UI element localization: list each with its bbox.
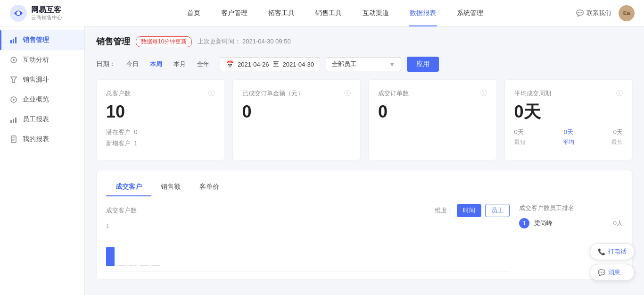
info-icon-customers[interactable]: ⓘ xyxy=(208,89,215,98)
sidebar-item-label-funnel: 销售漏斗 xyxy=(23,76,49,84)
dim-btn-employee[interactable]: 员工 xyxy=(485,204,510,217)
page-header: 销售管理 数据每10分钟更新 上次更新时间： 2021-04-30 09:50 xyxy=(96,36,633,47)
sidebar-item-my_report[interactable]: 我的报表 xyxy=(0,129,84,149)
shortest-label: 最短 xyxy=(514,138,526,146)
longest-label: 最长 xyxy=(611,138,623,146)
message-label: 消息 xyxy=(608,268,620,277)
circle-dot-icon xyxy=(9,95,18,104)
brand-name: 网易互客 xyxy=(31,5,62,14)
tab-sales-amount[interactable]: 销售额 xyxy=(151,178,190,196)
bar-item xyxy=(117,265,126,267)
apply-button[interactable]: 应用 xyxy=(407,57,439,72)
chart-left: 成交客户数 维度： 时间 员工 1 xyxy=(106,204,510,271)
bar-item xyxy=(151,265,160,267)
nav-item-sales_tools[interactable]: 销售工具 xyxy=(305,0,352,26)
bar-item xyxy=(129,265,137,267)
nav-item-customer[interactable]: 客户管理 xyxy=(211,0,258,26)
avatar[interactable]: Ea xyxy=(619,5,635,21)
nav-item-report[interactable]: 数据报表 xyxy=(399,0,446,26)
dimension-label: 维度： xyxy=(435,206,453,215)
stat-card-avg-cycle: 平均成交周期 ⓘ 0天 0天 0天 0天 最短 平均 最长 xyxy=(504,79,633,160)
stats-grid: 总客户数 ⓘ 10 潜在客户 0 新增客户 1 已成交订单金额（元） ⓘ 0 成… xyxy=(96,79,633,160)
filter-icon xyxy=(9,76,18,84)
svg-point-6 xyxy=(13,59,15,61)
rank-name: 梁尚峰 xyxy=(534,219,609,228)
date-tab-this_month[interactable]: 本月 xyxy=(169,58,190,70)
info-icon-amount[interactable]: ⓘ xyxy=(344,89,351,98)
bar xyxy=(117,265,126,266)
nav-item-home[interactable]: 首页 xyxy=(177,0,211,26)
logo-icon xyxy=(9,4,27,22)
float-buttons: 📞 打电话 💬 消息 xyxy=(590,243,635,281)
staff-select[interactable]: 全部员工 ▼ xyxy=(326,57,401,71)
rank-value: 0人 xyxy=(613,219,623,228)
contact-label: 联系我们 xyxy=(586,9,611,17)
tab-unit-price[interactable]: 客单价 xyxy=(190,178,229,196)
info-icon-order-count[interactable]: ⓘ xyxy=(480,89,487,98)
sidebar: 销售管理互动分析销售漏斗企业概览员工报表我的报表 xyxy=(0,26,85,295)
chart-title: 成交客户数 xyxy=(106,206,137,215)
contact-button[interactable]: 💬 联系我们 xyxy=(576,9,611,17)
stat-title-amount: 已成交订单金额（元） xyxy=(242,89,304,98)
dim-btn-time[interactable]: 时间 xyxy=(457,204,481,217)
sidebar-item-sales[interactable]: 销售管理 xyxy=(0,30,84,50)
rank-title: 成交客户数员工排名 xyxy=(519,204,623,212)
message-icon: 💬 xyxy=(576,9,584,17)
date-start: 2021-04-26 xyxy=(238,61,269,68)
sidebar-item-company[interactable]: 企业概览 xyxy=(0,90,84,110)
sidebar-item-label-my_report: 我的报表 xyxy=(23,135,49,143)
page-title: 销售管理 xyxy=(96,36,130,47)
bar xyxy=(151,265,160,266)
logo-area: 网易互客 云商销售中心 xyxy=(9,4,94,22)
date-tab-this_week[interactable]: 本周 xyxy=(145,58,167,70)
date-label: 日期： xyxy=(96,60,116,68)
stat-value-customers: 10 xyxy=(106,103,215,120)
svg-rect-4 xyxy=(15,37,17,43)
chevron-down-icon: ▼ xyxy=(389,61,395,68)
bar-chart xyxy=(106,231,510,269)
svg-rect-10 xyxy=(10,120,12,123)
sidebar-item-interaction[interactable]: 互动分析 xyxy=(0,50,84,70)
date-range-picker[interactable]: 📅 2021-04-26 至 2021-04-30 xyxy=(220,57,320,71)
avg-cycle-days: 0天 0天 0天 xyxy=(514,128,623,136)
svg-rect-12 xyxy=(15,118,17,123)
avatar-initials: Ea xyxy=(623,10,630,17)
svg-marker-7 xyxy=(11,77,17,83)
bar xyxy=(129,265,137,266)
filter-row: 日期： 今日本周本月全年 📅 2021-04-26 至 2021-04-30 全… xyxy=(96,57,633,72)
date-to: 至 xyxy=(273,60,279,68)
message-button[interactable]: 💬 消息 xyxy=(590,264,635,281)
sidebar-item-employee[interactable]: 员工报表 xyxy=(0,110,84,129)
brand-sub: 云商销售中心 xyxy=(31,15,62,21)
phone-icon: 📞 xyxy=(598,248,605,255)
chat-icon: 💬 xyxy=(598,269,605,276)
main-layout: 销售管理互动分析销售漏斗企业概览员工报表我的报表 销售管理 数据每10分钟更新 … xyxy=(0,26,644,295)
bar-item xyxy=(140,265,149,267)
stat-card-order-count: 成交订单数 ⓘ 0 xyxy=(368,79,497,160)
bar xyxy=(106,247,115,266)
date-tab-this_year[interactable]: 全年 xyxy=(192,58,214,70)
call-button[interactable]: 📞 打电话 xyxy=(590,243,635,260)
nav-item-system[interactable]: 系统管理 xyxy=(446,0,494,26)
date-tab-today[interactable]: 今日 xyxy=(122,58,143,70)
top-navigation: 网易互客 云商销售中心 首页客户管理拓客工具销售工具互动渠道数据报表系统管理 💬… xyxy=(0,0,644,26)
update-badge: 数据每10分钟更新 xyxy=(136,36,192,47)
info-icon-avg-cycle[interactable]: ⓘ xyxy=(616,89,623,98)
svg-rect-11 xyxy=(13,119,14,123)
nav-item-channel[interactable]: 互动渠道 xyxy=(352,0,399,26)
tab-customers[interactable]: 成交客户 xyxy=(106,178,151,196)
stat-value-order-count: 0 xyxy=(378,103,487,120)
shortest-days: 0天 xyxy=(514,128,524,136)
section-tabs: 成交客户 销售额 客单价 xyxy=(106,178,623,196)
svg-point-1 xyxy=(17,11,20,15)
average-label: 平均 xyxy=(563,138,574,146)
nav-right: 💬 联系我们 Ea xyxy=(576,5,635,21)
nav-item-expand[interactable]: 拓客工具 xyxy=(258,0,305,26)
chart-bar-icon xyxy=(9,36,18,44)
main-nav: 首页客户管理拓客工具销售工具互动渠道数据报表系统管理 xyxy=(94,0,576,26)
calendar-icon: 📅 xyxy=(226,60,234,68)
svg-rect-3 xyxy=(13,39,14,43)
date-end: 2021-04-30 xyxy=(283,61,314,68)
last-update: 上次更新时间： 2021-04-30 09:50 xyxy=(198,37,290,46)
sidebar-item-funnel[interactable]: 销售漏斗 xyxy=(0,70,84,90)
